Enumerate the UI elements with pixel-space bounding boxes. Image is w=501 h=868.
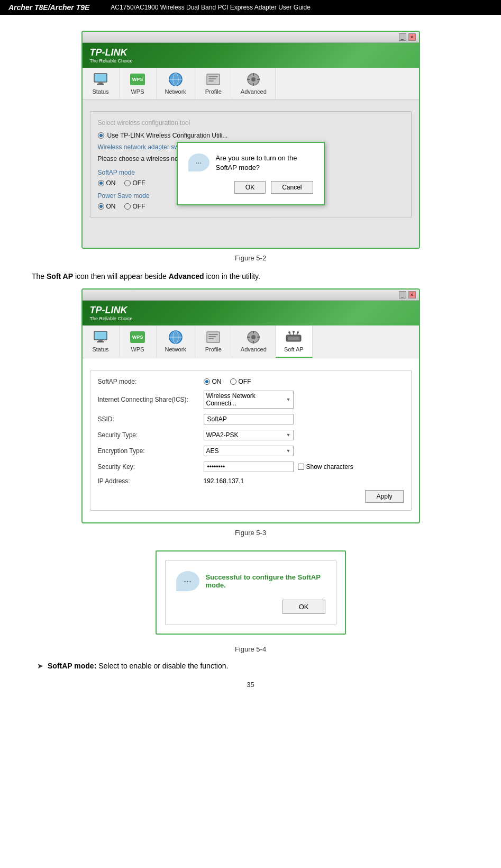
figure2-body: Select wireless configuration tool Use T… xyxy=(83,100,419,248)
svg-rect-13 xyxy=(253,83,254,86)
security-key-field-label: Security Key: xyxy=(98,463,204,471)
success-chat-icon: ··· xyxy=(176,571,199,591)
ip-address-row: IP Address: 192.168.137.1 xyxy=(98,477,404,485)
figure3-profile-label: Profile xyxy=(205,346,222,352)
ics-controls: Wireless Network Connecti... ▼ xyxy=(204,391,404,409)
toolbar-advanced[interactable]: Advanced xyxy=(232,68,276,99)
header-bar: Archer T8E/Archer T9E AC1750/AC1900 Wire… xyxy=(0,0,501,15)
ip-address-value: 192.168.137.1 xyxy=(204,477,244,485)
svg-rect-8 xyxy=(208,78,216,79)
ics-select-value: Wireless Network Connecti... xyxy=(206,392,286,407)
svg-rect-29 xyxy=(253,341,254,343)
page-number: 35 xyxy=(32,681,469,689)
encryption-type-value: AES xyxy=(206,447,219,455)
security-type-arrow: ▼ xyxy=(286,432,291,438)
figure2-app-window: _ × TP-LINKThe Reliable Choice Status xyxy=(81,31,420,249)
status-label: Status xyxy=(92,88,108,95)
success-ok-button[interactable]: OK xyxy=(283,600,325,614)
dialog-message: Are you sure to turn on the SoftAP mode? xyxy=(216,153,313,173)
figure4-window: ··· Successful to configure the SoftAP m… xyxy=(156,550,346,635)
ssid-input[interactable]: SoftAP xyxy=(204,414,294,424)
ics-field-label: Internet Connecting Share(ICS): xyxy=(98,396,204,403)
minimize-button[interactable]: _ xyxy=(399,33,406,41)
svg-rect-24 xyxy=(208,336,216,337)
ssid-controls: SoftAP xyxy=(204,414,404,424)
network-label: Network xyxy=(165,88,186,95)
softap-confirm-dialog: ··· Are you sure to turn on the SoftAP m… xyxy=(177,142,325,205)
figure4-container: ··· Successful to configure the SoftAP m… xyxy=(32,545,469,640)
security-key-input[interactable]: •••••••• xyxy=(204,462,294,472)
figure3-body: SoftAP mode: ON OFF xyxy=(83,358,419,522)
figure3-softap-label: Soft AP xyxy=(284,346,304,352)
softap-mode-row: SoftAP mode: ON OFF xyxy=(98,378,404,385)
ssid-row: SSID: SoftAP xyxy=(98,414,404,424)
security-type-value: WPA2-PSK xyxy=(206,431,239,439)
show-characters-item[interactable]: Show characters xyxy=(298,463,353,471)
security-type-field-label: Security Type: xyxy=(98,431,204,439)
header-right: AC1750/AC1900 Wireless Dual Band PCI Exp… xyxy=(111,4,311,11)
softap-mode-off-item[interactable]: OFF xyxy=(230,378,251,385)
svg-rect-17 xyxy=(98,340,103,341)
svg-point-39 xyxy=(297,331,299,333)
bullet-desc-text: Select to enable or disable the function… xyxy=(98,662,228,670)
apply-button[interactable]: Apply xyxy=(365,490,403,503)
success-message: Successful to configure the SoftAP mode. xyxy=(206,573,325,589)
profile-icon xyxy=(205,72,222,87)
softap-mode-off-label: OFF xyxy=(239,378,251,385)
wps-label: WPS xyxy=(131,88,144,95)
softap-mode-radio-group: ON OFF xyxy=(204,378,251,385)
figure3-wps-icon: WPS xyxy=(129,330,146,345)
bullet-term: SoftAP mode: xyxy=(48,662,96,670)
toolbar-profile[interactable]: Profile xyxy=(195,68,232,99)
figure3-toolbar: Status WPS WPS Network xyxy=(83,326,419,358)
logo-tagline: The Reliable Choice xyxy=(90,58,133,64)
softap-mode-on-label: ON xyxy=(212,378,222,385)
figure3-advanced-label: Advanced xyxy=(241,346,267,352)
figure3-softap-icon xyxy=(285,330,302,345)
dialog-buttons: OK Cancel xyxy=(188,181,313,194)
svg-rect-0 xyxy=(94,74,107,82)
figure3-advanced-icon xyxy=(245,330,262,345)
figure2-toolbar: Status WPS WPS Network xyxy=(83,68,419,100)
svg-rect-33 xyxy=(288,337,299,340)
softap-mode-on-item[interactable]: ON xyxy=(204,378,222,385)
figure3-toolbar-softap[interactable]: Soft AP xyxy=(276,326,313,358)
figure2-caption: Figure 5-2 xyxy=(32,254,469,262)
figure3-minimize-button[interactable]: _ xyxy=(399,291,406,299)
toolbar-status[interactable]: Status xyxy=(83,68,120,99)
figure3-caption: Figure 5-3 xyxy=(32,529,469,537)
dialog-ok-button[interactable]: OK xyxy=(234,181,266,194)
dialog-cancel-button[interactable]: Cancel xyxy=(271,181,313,194)
close-button[interactable]: × xyxy=(408,33,416,41)
softap-mode-on-radio[interactable] xyxy=(204,378,210,385)
softap-mode-off-radio[interactable] xyxy=(230,378,236,385)
dialog-chat-icon: ··· xyxy=(188,153,209,171)
para-softap-bold: Soft AP xyxy=(47,272,73,281)
figure3-toolbar-profile[interactable]: Profile xyxy=(195,326,232,358)
bullet-text: SoftAP mode: Select to enable or disable… xyxy=(48,662,228,670)
profile-label: Profile xyxy=(205,88,222,95)
ics-select[interactable]: Wireless Network Connecti... ▼ xyxy=(204,391,294,409)
svg-rect-23 xyxy=(208,334,218,335)
logo-bar: TP-LINKThe Reliable Choice xyxy=(83,43,419,68)
figure4-caption: Figure 5-4 xyxy=(32,645,469,653)
security-type-select[interactable]: WPA2-PSK ▼ xyxy=(204,430,294,440)
figure3-wps-label: WPS xyxy=(131,346,144,352)
figure3-titlebar: _ × xyxy=(83,290,419,301)
figure3-toolbar-network[interactable]: Network xyxy=(157,326,195,358)
tp-link-logo: TP-LINKThe Reliable Choice xyxy=(90,47,133,64)
toolbar-wps[interactable]: WPS WPS xyxy=(120,68,157,99)
figure3-toolbar-wps[interactable]: WPS WPS xyxy=(120,326,157,358)
show-characters-checkbox[interactable] xyxy=(298,464,304,470)
figure3-toolbar-status[interactable]: Status xyxy=(83,326,120,358)
figure3-toolbar-advanced[interactable]: Advanced xyxy=(232,326,276,358)
svg-rect-12 xyxy=(253,73,254,76)
paragraph1: The Soft AP icon then will appear beside… xyxy=(32,270,469,282)
svg-rect-15 xyxy=(257,79,260,80)
toolbar-network[interactable]: Network xyxy=(157,68,195,99)
encryption-type-select[interactable]: AES ▼ xyxy=(204,446,294,456)
dialog-overlay: ··· Are you sure to turn on the SoftAP m… xyxy=(83,100,419,248)
show-characters-label: Show characters xyxy=(306,463,353,471)
softap-config-form: SoftAP mode: ON OFF xyxy=(90,370,412,511)
figure3-close-button[interactable]: × xyxy=(408,291,416,299)
